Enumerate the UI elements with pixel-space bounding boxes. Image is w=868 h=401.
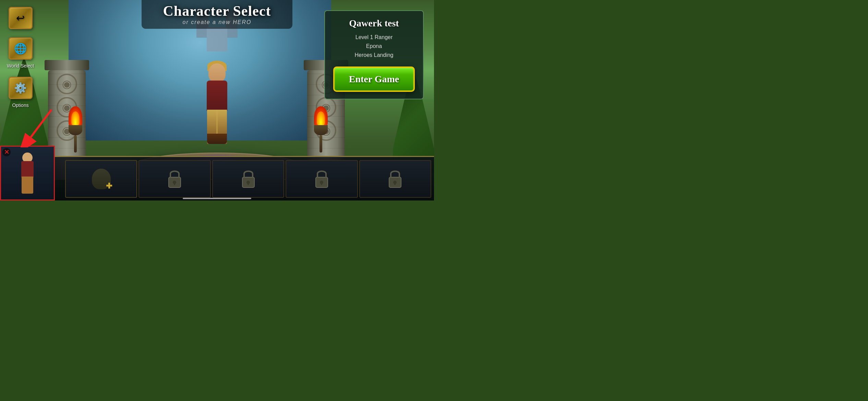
brazier-bowl-left	[69, 125, 82, 135]
brazier-stand-left	[74, 135, 77, 153]
lock-slot-2-content	[165, 168, 184, 190]
left-sidebar: ↩ 🌐 World Select ⚙️ Options	[7, 7, 34, 108]
brazier-bowl-right	[314, 125, 328, 135]
character-slot-4[interactable]	[286, 160, 358, 198]
globe-icon: 🌐	[14, 42, 27, 54]
lock-icon-4	[312, 168, 331, 190]
options-button[interactable]: ⚙️	[9, 77, 33, 99]
fire-left	[69, 106, 82, 127]
lock-slot-4-content	[312, 168, 331, 190]
character-info-panel: Qawerk test Level 1 Ranger Epona Heroes …	[324, 10, 424, 99]
lock-icon-5	[386, 168, 405, 190]
lock-icon-2	[165, 168, 184, 190]
fire-right	[314, 106, 328, 127]
back-icon: ↩	[16, 12, 25, 24]
brazier-right	[314, 106, 328, 153]
character-slot-3[interactable]	[212, 160, 284, 198]
create-plus-icon: ✚	[106, 182, 112, 191]
brazier-left	[69, 106, 82, 153]
world-select-button[interactable]: 🌐	[9, 37, 33, 60]
character-head	[208, 63, 226, 82]
lock-icon-3	[239, 168, 258, 190]
red-arrow-annotation	[21, 106, 62, 147]
character-legs	[207, 110, 227, 144]
character-figure	[193, 63, 241, 159]
character-boots	[207, 134, 227, 144]
scroll-indicator	[183, 198, 251, 199]
mini-character-body	[21, 161, 34, 178]
character-slot-5[interactable]	[359, 160, 431, 198]
character-body	[207, 81, 227, 111]
svg-rect-13	[394, 182, 396, 185]
svg-rect-4	[174, 182, 175, 185]
flame-inner-left	[71, 111, 80, 125]
world-select-label: World Select	[7, 63, 34, 69]
flame-inner-right	[317, 111, 325, 125]
character-leg-left	[207, 110, 216, 144]
title-area: Character Select or create a new HERO	[142, 0, 292, 29]
character-level-class: Level 1 Ranger	[333, 34, 415, 40]
gear-icon: ⚙️	[14, 82, 27, 94]
character-location: Heroes Landing	[333, 52, 415, 58]
svg-line-1	[31, 110, 51, 137]
svg-rect-7	[248, 182, 249, 185]
character-realm: Epona	[333, 43, 415, 49]
page-subtitle: or create a new HERO	[155, 19, 279, 25]
selected-character-slot[interactable]: ✕	[0, 146, 55, 200]
lock-slot-5-content	[386, 168, 405, 190]
swirl-top-left	[57, 74, 77, 94]
mini-character-legs	[22, 177, 33, 194]
brazier-stand-right	[320, 135, 322, 153]
lock-slot-3-content	[239, 168, 258, 190]
svg-rect-10	[321, 182, 322, 185]
castle-main-body	[207, 27, 227, 51]
character-main	[193, 63, 241, 159]
character-slot-2[interactable]	[138, 160, 210, 198]
mini-character-figure	[14, 153, 41, 194]
close-icon: ✕	[4, 149, 9, 155]
back-button[interactable]: ↩	[9, 7, 33, 29]
enter-game-button[interactable]: Enter Game	[333, 66, 415, 92]
create-character-silhouette: ✚	[92, 169, 111, 189]
delete-character-button[interactable]: ✕	[2, 148, 11, 156]
character-slots-bar: ✚	[38, 156, 434, 200]
page-title: Character Select	[155, 3, 279, 19]
character-name: Qawerk test	[333, 18, 415, 29]
pillar-top-left	[45, 60, 89, 70]
create-new-character-slot[interactable]: ✚	[65, 160, 137, 198]
